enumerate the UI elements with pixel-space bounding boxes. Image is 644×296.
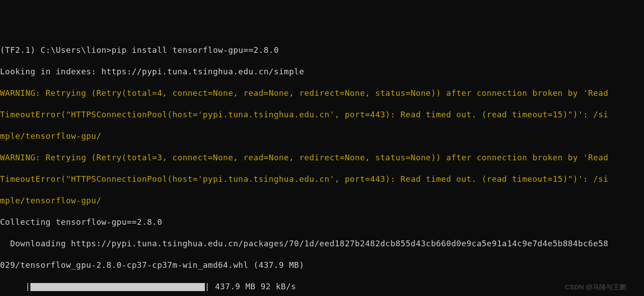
progress-bar bbox=[30, 283, 205, 291]
conda-env: (TF2.1) bbox=[0, 45, 35, 55]
prompt-line[interactable]: (TF2.1) C:\Users\lion>pip install tensor… bbox=[0, 45, 644, 56]
progress-indent: | bbox=[0, 282, 30, 291]
warning-line: TimeoutError("HTTPSConnectionPool(host='… bbox=[0, 109, 644, 120]
prompt-path: C:\Users\lion> bbox=[41, 45, 112, 55]
warning-line: mple/tensorflow-gpu/ bbox=[0, 195, 644, 206]
watermark-text: CSDN @马陵与王鹏 bbox=[565, 282, 626, 292]
progress-text: | 437.9 MB 92 kB/s bbox=[205, 282, 296, 291]
download-line: Downloading https://pypi.tuna.tsinghua.e… bbox=[0, 238, 644, 249]
command-text: pip install tensorflow-gpu==2.8.0 bbox=[111, 45, 279, 55]
warning-line: mple/tensorflow-gpu/ bbox=[0, 131, 644, 142]
warning-line: WARNING: Retrying (Retry(total=3, connec… bbox=[0, 152, 644, 163]
progress-line-tf: || 437.9 MB 92 kB/s bbox=[0, 281, 644, 292]
index-line: Looking in indexes: https://pypi.tuna.ts… bbox=[0, 66, 644, 77]
collecting-line: Collecting tensorflow-gpu==2.8.0 bbox=[0, 217, 644, 227]
download-line: 029/tensorflow_gpu-2.8.0-cp37-cp37m-win_… bbox=[0, 260, 644, 270]
warning-line: WARNING: Retrying (Retry(total=4, connec… bbox=[0, 88, 644, 99]
warning-line: TimeoutError("HTTPSConnectionPool(host='… bbox=[0, 174, 644, 184]
